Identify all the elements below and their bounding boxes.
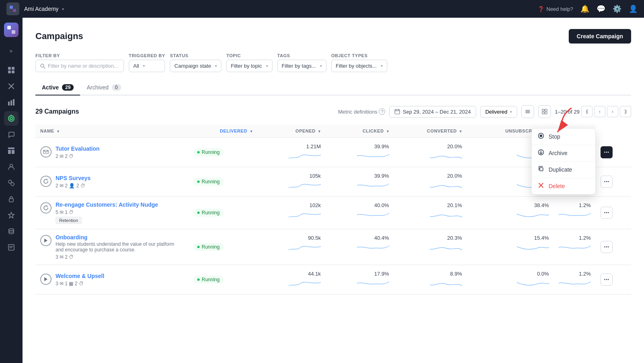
more-button[interactable]: ···: [601, 207, 613, 219]
tab-archived[interactable]: Archived 0: [80, 80, 127, 95]
converted-value: 15.4%: [472, 235, 549, 241]
svg-rect-29: [395, 110, 400, 114]
sidebar-item-reports[interactable]: [4, 240, 19, 255]
svg-rect-1: [13, 9, 16, 12]
pagination: 1–20 of 29 ⟪ ‹ › ⟫: [555, 106, 631, 117]
sidebar-item-campaigns[interactable]: [4, 111, 19, 126]
sidebar-item-dashboard[interactable]: [4, 63, 19, 77]
svg-rect-2: [7, 26, 11, 29]
table-row: Re-engage Customers: Activity Nudge5 ✉ 1…: [35, 197, 631, 229]
pagination-last[interactable]: ⟫: [620, 106, 631, 117]
topic-chevron: ▾: [266, 64, 268, 68]
campaign-name-cell: OnboardingHelp new students understand t…: [35, 229, 188, 265]
svg-rect-18: [12, 150, 14, 154]
metric-definitions[interactable]: Metric definitions ?: [338, 108, 386, 115]
sidebar-item-templates[interactable]: [4, 143, 19, 158]
context-menu-stop[interactable]: Stop: [532, 129, 595, 145]
status-badge: Running: [193, 209, 224, 217]
triggered-by-select[interactable]: All ▾: [129, 60, 165, 72]
more-button[interactable]: ···: [601, 241, 613, 253]
campaign-meta: 2 ✉ 2 ⏱: [56, 153, 99, 159]
notifications-icon[interactable]: 🔔: [580, 4, 589, 13]
delivered-value: 90.5k: [262, 235, 321, 241]
topbar-brand[interactable]: Ami Academy ▾: [24, 6, 64, 12]
campaign-link[interactable]: Tutor Evaluation: [56, 145, 99, 152]
topic-select[interactable]: Filter by topic ▾: [226, 60, 272, 72]
sidebar-item-permissions[interactable]: [4, 192, 19, 206]
unsubscribed-value: 1.2%: [559, 235, 591, 241]
campaign-meta: 2 ✉ 2 👤 2 ⏱: [56, 183, 91, 189]
sidebar-item-messages[interactable]: [4, 127, 19, 142]
campaign-meta: 3 ✉ 1 ▦ 2 ⏱: [56, 281, 104, 286]
context-menu-archive[interactable]: Archive: [532, 145, 595, 161]
messages-icon[interactable]: 💬: [597, 4, 605, 13]
status-select[interactable]: Campaign state ▾: [170, 60, 221, 72]
sidebar-item-data[interactable]: [4, 224, 19, 239]
col-delivered[interactable]: DELIVERED ▾: [188, 124, 257, 138]
tab-active[interactable]: Active 29: [35, 80, 80, 95]
create-campaign-button[interactable]: Create Campaign: [569, 29, 631, 44]
col-converted[interactable]: CONVERTED ▾: [394, 124, 467, 138]
archive-label: Archive: [549, 150, 568, 156]
context-menu-delete[interactable]: Delete: [532, 178, 595, 194]
account-icon[interactable]: 👤: [629, 4, 638, 13]
col-opened[interactable]: OPENED ▾: [257, 124, 326, 138]
triggered-by-value: All: [133, 63, 139, 69]
object-types-group: OBJECT TYPES Filter by objects... ▾: [331, 53, 387, 72]
delivered-value: 102k: [262, 202, 321, 208]
metric-def-label: Metric definitions: [338, 109, 378, 115]
sidebar-item-automation[interactable]: [4, 208, 19, 222]
object-types-select[interactable]: Filter by objects... ▾: [331, 60, 387, 72]
status-badge: Running: [193, 276, 224, 284]
view-toggle-button[interactable]: [538, 105, 551, 118]
campaign-status-cell: Running: [188, 197, 257, 229]
pagination-next[interactable]: ›: [607, 106, 618, 117]
topbar: Ami Academy ▾ ❓ Need help? 🔔 💬 ⚙️ 👤: [0, 0, 644, 18]
context-menu-duplicate[interactable]: Duplicate: [532, 162, 595, 178]
opened-cell: 40.0%: [326, 197, 394, 229]
tags-select[interactable]: Filter by tags... ▾: [277, 60, 326, 72]
campaign-link[interactable]: Welcome & Upsell: [56, 273, 104, 279]
actions-cell: ···: [596, 265, 631, 295]
more-button[interactable]: ···: [601, 146, 613, 158]
campaign-link[interactable]: Re-engage Customers: Activity Nudge: [56, 201, 158, 208]
clicked-sort-icon: ▾: [387, 129, 389, 133]
svg-rect-5: [12, 67, 14, 70]
clicked-value: 20.1%: [399, 202, 462, 208]
object-types-value: Filter by objects...: [336, 63, 377, 69]
campaign-link[interactable]: NPS Surveys: [56, 175, 91, 181]
campaign-type-icon: [40, 176, 52, 187]
sort-select[interactable]: Delivered ▾: [480, 106, 517, 118]
opened-sparkline: [330, 151, 389, 162]
col-name[interactable]: NAME ▾: [35, 124, 188, 138]
help-label: Need help?: [547, 6, 574, 12]
converted-value: 38.4%: [472, 202, 549, 208]
tab-active-label: Active: [42, 84, 59, 91]
date-range-button[interactable]: Sep 29, 2024 – Dec 21, 2024: [389, 106, 476, 118]
filter-columns-button[interactable]: [521, 105, 534, 118]
filter-by-input[interactable]: Filter by name or description...: [35, 60, 124, 72]
more-button[interactable]: ···: [601, 176, 613, 188]
svg-rect-39: [545, 112, 547, 114]
sidebar-item-analytics[interactable]: [4, 95, 19, 110]
pagination-first[interactable]: ⟪: [581, 106, 592, 117]
settings-icon[interactable]: ⚙️: [613, 4, 621, 13]
sidebar-item-segments[interactable]: [4, 176, 19, 190]
svg-marker-41: [44, 239, 47, 243]
col-clicked[interactable]: CLICKED ▾: [326, 124, 394, 138]
delivered-sparkline: [262, 243, 321, 253]
help-button[interactable]: ❓ Need help?: [538, 6, 574, 12]
more-button[interactable]: ···: [601, 274, 613, 286]
svg-rect-37: [545, 109, 547, 111]
sidebar-item-contacts[interactable]: [4, 160, 19, 174]
unsubscribed-sparkline: [559, 278, 591, 289]
pagination-prev[interactable]: ‹: [594, 106, 605, 117]
clicked-value: 20.0%: [399, 173, 462, 179]
svg-rect-47: [540, 168, 543, 171]
sidebar-item-close[interactable]: [4, 79, 19, 93]
campaign-link[interactable]: Onboarding: [56, 234, 87, 241]
triggered-by-label: TRIGGERED BY: [129, 53, 165, 58]
tab-archived-count: 0: [112, 84, 121, 91]
campaign-tag: Retention: [56, 217, 82, 224]
sidebar-collapse[interactable]: »: [4, 44, 19, 58]
